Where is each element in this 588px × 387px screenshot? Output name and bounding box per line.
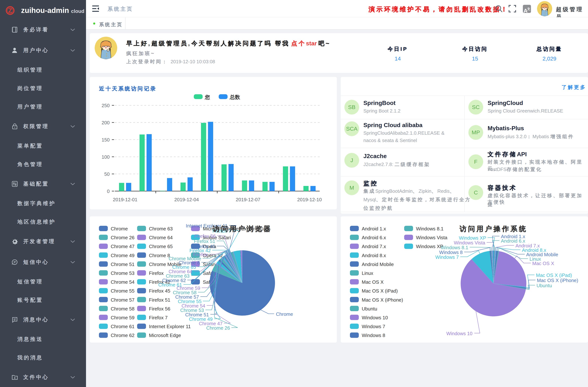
svg-text:100: 100 [102,154,110,160]
svg-text:Chrome 62: Chrome 62 [111,333,135,338]
svg-text:访问用户浏览器: 访问用户浏览器 [212,225,272,233]
svg-text:2019-12-01: 2019-12-01 [113,197,138,202]
svg-text:Chrome 51: Chrome 51 [111,262,135,267]
svg-text:Chrome 47: Chrome 47 [111,244,135,249]
svg-text:Mac OS X (iPhone): Mac OS X (iPhone) [362,297,403,303]
svg-text:Android 6.x: Android 6.x [362,235,386,240]
svg-text:200: 200 [102,120,110,125]
svg-text:访问用户操作系统: 访问用户操作系统 [459,225,527,233]
svg-text:Windows 10: Windows 10 [362,315,388,320]
svg-text:Ubuntu: Ubuntu [362,306,377,312]
svg-text:Windows 8.1: Windows 8.1 [416,226,443,231]
svg-text:Mac OS X (iPad): Mac OS X (iPad) [362,288,398,294]
svg-text:Windows Vista: Windows Vista [416,235,448,240]
svg-text:Chrome 65: Chrome 65 [149,244,173,249]
svg-text:150: 150 [102,137,110,143]
svg-text:Firefox 7: Firefox 7 [149,315,168,320]
svg-text:2019-12-04: 2019-12-04 [174,197,199,202]
svg-text:0: 0 [107,188,110,194]
svg-text:Chrome 26: Chrome 26 [111,235,135,240]
svg-text:Firefox 45: Firefox 45 [149,288,170,294]
svg-text:Ubuntu: Ubuntu [537,283,552,288]
svg-text:250: 250 [102,103,110,108]
svg-text:Chrome 63: Chrome 63 [149,226,173,231]
svg-text:Firefox: Firefox [149,270,164,276]
svg-text:Mac OS X: Mac OS X [362,279,383,285]
svg-text:Microsoft Edge: Microsoft Edge [149,333,181,338]
svg-text:Mac OS X (iPhone): Mac OS X (iPhone) [537,278,578,283]
svg-text:Windows 7: Windows 7 [435,254,459,260]
svg-text:50: 50 [104,171,110,177]
svg-text:总数: 总数 [230,94,240,100]
svg-text:Chrome 8: Chrome 8 [149,253,170,258]
svg-text:Chrome 61: Chrome 61 [111,324,135,329]
svg-text:Chrome 57: Chrome 57 [111,297,135,303]
svg-text:Chrome 64: Chrome 64 [149,235,173,240]
svg-text:Chrome 58: Chrome 58 [111,306,135,312]
svg-text:Mac OS X: Mac OS X [532,261,554,266]
svg-text:Windows 7: Windows 7 [362,324,385,329]
svg-text:Windows 8: Windows 8 [362,333,385,338]
svg-text:您: 您 [205,94,210,100]
svg-text:Chrome 59: Chrome 59 [111,315,135,320]
svg-text:Chrome 26: Chrome 26 [206,325,230,331]
svg-text:Chrome 49: Chrome 49 [111,253,135,258]
svg-text:Firefox 56: Firefox 56 [149,306,170,312]
svg-text:Internet Explorer 11: Internet Explorer 11 [149,324,191,329]
svg-text:Android 8.x: Android 8.x [362,253,386,258]
svg-text:Firefox 51: Firefox 51 [149,297,170,303]
svg-text:2019-12-07: 2019-12-07 [236,197,260,202]
svg-text:Chrome 54: Chrome 54 [111,279,135,285]
svg-text:Mac OS X (iPad): Mac OS X (iPad) [536,272,572,278]
svg-text:Chrome 53: Chrome 53 [111,270,135,276]
svg-text:Android Mobile: Android Mobile [362,262,394,267]
svg-text:Chrome: Chrome [111,226,128,231]
svg-text:Chrome: Chrome [276,311,293,317]
svg-text:Linux: Linux [362,270,373,276]
svg-text:Chrome 55: Chrome 55 [111,288,135,294]
svg-text:Z: Z [8,7,12,14]
svg-text:2019-12-10: 2019-12-10 [297,197,322,202]
svg-text:Android 1.x: Android 1.x [362,226,386,231]
svg-text:Windows 10: Windows 10 [446,331,472,336]
svg-text:Android 7.x: Android 7.x [362,244,386,249]
svg-text:Firefox 56: Firefox 56 [194,233,216,239]
svg-text:Windows XP: Windows XP [416,244,443,249]
svg-text:Firefox 51: Firefox 51 [194,239,215,244]
